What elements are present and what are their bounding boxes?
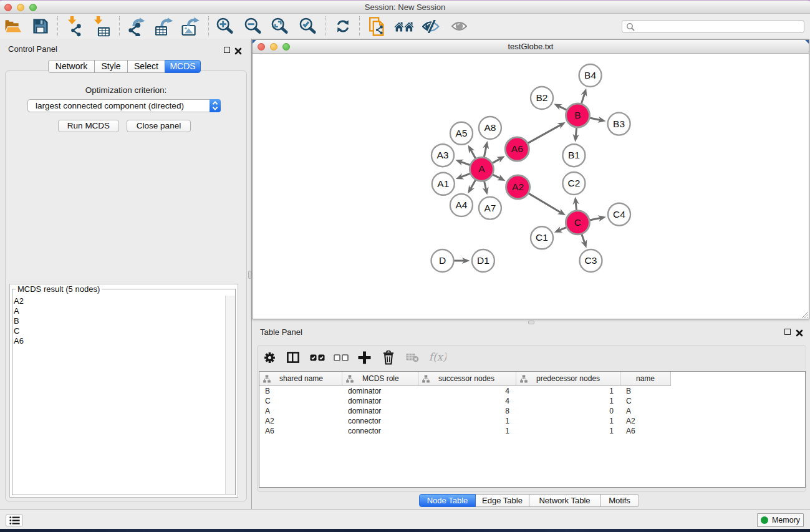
tab-mcds[interactable]: MCDS <box>165 60 201 73</box>
graph-node-C3[interactable]: C3 <box>580 249 602 272</box>
tab-network-table[interactable]: Network Table <box>529 494 600 507</box>
show-all-button[interactable] <box>448 16 470 37</box>
close-panel-button[interactable]: Close panel <box>127 120 191 132</box>
result-item[interactable]: C <box>14 326 24 336</box>
table-row[interactable]: Adominator80A <box>259 406 805 416</box>
graph-node-B[interactable]: B <box>566 104 590 127</box>
task-history-button[interactable] <box>6 515 23 526</box>
vertical-splitter-handle[interactable] <box>248 271 251 279</box>
horizontal-splitter-handle[interactable] <box>528 321 534 324</box>
column-header-predecessor-nodes[interactable]: predecessor nodes <box>516 372 620 386</box>
graph-node-B1[interactable]: B1 <box>562 144 585 167</box>
run-mcds-button[interactable]: Run MCDS <box>58 120 119 132</box>
edge-A2-C[interactable] <box>528 193 561 213</box>
result-item[interactable]: A2 <box>14 296 24 306</box>
graph-node-A[interactable]: A <box>470 157 493 181</box>
graph-node-B2[interactable]: B2 <box>531 87 553 109</box>
graph-node-A3[interactable]: A3 <box>432 144 454 167</box>
save-session-button[interactable] <box>30 16 51 37</box>
graph-node-D[interactable]: D <box>432 249 454 272</box>
mcds-result-list[interactable]: A2ABCA6 <box>14 296 24 346</box>
edge-B-B2[interactable] <box>559 106 567 110</box>
search-field[interactable] <box>622 20 804 33</box>
edge-B-B3[interactable] <box>590 118 600 120</box>
close-table-panel-icon[interactable] <box>796 328 803 336</box>
zoom-out-button[interactable] <box>243 16 264 37</box>
edge-A-A6[interactable] <box>492 159 499 163</box>
edge-A-A2[interactable] <box>493 175 500 178</box>
export-image-button[interactable] <box>180 16 201 37</box>
resize-grip-icon[interactable] <box>801 311 808 318</box>
graph-node-A4[interactable]: A4 <box>450 194 473 216</box>
edge-C-C2[interactable] <box>576 202 576 210</box>
add-column-button[interactable] <box>355 348 374 367</box>
table-row[interactable]: Cdominator41C <box>259 396 805 406</box>
graph-node-A5[interactable]: A5 <box>450 122 473 145</box>
result-item[interactable]: A6 <box>14 336 24 346</box>
column-header-MCDS-role[interactable]: MCDS role <box>342 372 418 386</box>
graph-node-A7[interactable]: A7 <box>479 197 501 220</box>
edge-A-A8[interactable] <box>484 147 486 157</box>
column-header-name[interactable]: name <box>620 372 671 386</box>
select-all-check-button[interactable] <box>308 348 327 367</box>
graph-node-C[interactable]: C <box>566 211 589 235</box>
edge-B-B1[interactable] <box>576 127 576 136</box>
float-table-panel-icon[interactable] <box>784 329 791 335</box>
result-item[interactable]: B <box>14 316 24 326</box>
zoom-selected-button[interactable] <box>297 16 319 37</box>
edge-A-A4[interactable] <box>471 180 476 188</box>
memory-button[interactable]: Memory <box>757 513 804 527</box>
export-table-button[interactable] <box>153 16 174 37</box>
result-scrollbar[interactable] <box>225 296 234 494</box>
edge-A-A3[interactable] <box>461 162 470 165</box>
table-row[interactable]: A2connector11A2 <box>259 416 805 426</box>
table-row[interactable]: A6connector11A6 <box>259 426 805 436</box>
edge-A-A5[interactable] <box>471 150 476 158</box>
graph-node-A8[interactable]: A8 <box>479 117 501 139</box>
column-header-successor-nodes[interactable]: successor nodes <box>418 372 516 386</box>
column-header-shared-name[interactable]: shared name <box>259 372 342 386</box>
export-network-button[interactable] <box>125 16 147 37</box>
search-input[interactable] <box>635 22 801 31</box>
zoom-fit-button[interactable] <box>269 16 291 37</box>
open-session-button[interactable] <box>2 16 24 37</box>
edge-C-C1[interactable] <box>559 227 566 230</box>
hide-selected-button[interactable] <box>420 16 441 37</box>
edge-A-A1[interactable] <box>461 173 470 177</box>
tab-motifs[interactable]: Motifs <box>600 494 639 507</box>
refresh-button[interactable] <box>332 16 354 37</box>
graph-node-A2[interactable]: A2 <box>506 175 530 199</box>
edge-A-A7[interactable] <box>485 181 486 190</box>
delete-column-button[interactable] <box>379 348 398 367</box>
import-network-button[interactable] <box>64 16 85 37</box>
column-settings-button[interactable] <box>260 348 279 367</box>
graph-node-C2[interactable]: C2 <box>562 172 585 195</box>
tab-node-table[interactable]: Node Table <box>419 494 476 507</box>
edge-A6-B[interactable] <box>528 125 561 143</box>
import-table-button[interactable] <box>92 16 113 37</box>
float-panel-icon[interactable] <box>224 47 230 53</box>
first-neighbors-button[interactable] <box>393 16 415 37</box>
graph-node-A6[interactable]: A6 <box>505 137 529 161</box>
result-item[interactable]: A <box>14 306 24 316</box>
graph-node-D1[interactable]: D1 <box>472 249 494 272</box>
edge-C-C4[interactable] <box>590 218 601 220</box>
tab-edge-table[interactable]: Edge Table <box>475 494 529 507</box>
deselect-all-button[interactable] <box>332 348 350 367</box>
table-row[interactable]: Bdominator41B <box>259 386 805 396</box>
edge-B-B4[interactable] <box>581 94 584 104</box>
tab-select[interactable]: Select <box>127 60 165 73</box>
tab-style[interactable]: Style <box>94 60 128 73</box>
tab-network[interactable]: Network <box>48 60 95 73</box>
close-panel-icon[interactable] <box>234 46 242 54</box>
graph-node-C4[interactable]: C4 <box>608 203 630 226</box>
zoom-in-button[interactable] <box>215 16 236 37</box>
criterion-dropdown[interactable]: largest connected component (directed) <box>27 99 221 112</box>
graph-node-B3[interactable]: B3 <box>608 113 630 135</box>
network-canvas[interactable]: AA1A2A3A4A5A6A7A8BB1B2B3B4CC1C2C3C4DD1 <box>253 54 809 319</box>
clone-network-button[interactable] <box>366 16 387 37</box>
graph-node-A1[interactable]: A1 <box>432 173 455 195</box>
graph-node-B4[interactable]: B4 <box>579 64 602 87</box>
graph-node-C1[interactable]: C1 <box>531 226 553 249</box>
split-panel-button[interactable] <box>284 348 302 367</box>
